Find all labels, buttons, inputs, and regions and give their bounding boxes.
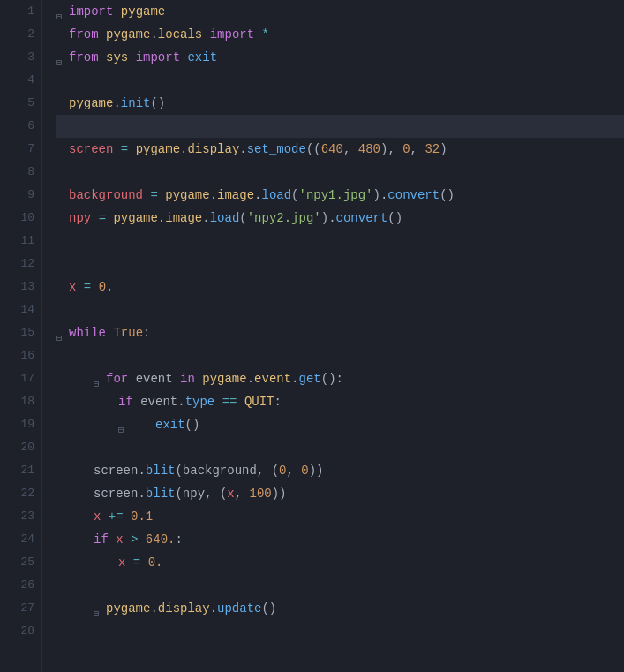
- code-line-16: [56, 344, 624, 367]
- line-num-25: 25: [7, 551, 34, 574]
- var-screen-22: screen: [94, 482, 138, 505]
- func-blit-21: blit: [146, 459, 176, 482]
- num-640: 640: [321, 138, 343, 161]
- line-num-2: 2: [7, 23, 34, 46]
- pygame-ref-27: pygame: [106, 597, 150, 620]
- func-blit-22: blit: [146, 482, 176, 505]
- num-0point1: 0.1: [131, 505, 153, 528]
- fold-icon-17[interactable]: ⊟: [94, 374, 104, 384]
- func-update: update: [217, 597, 261, 620]
- line-num-10: 10: [7, 207, 34, 230]
- code-editor: 1 2 3 4 5 6 7 8 9 10 11 12 13 14 15 16 1…: [0, 0, 624, 672]
- keyword-import: import: [69, 0, 113, 23]
- code-line-2: from pygame.locals import *: [56, 23, 624, 46]
- num-480: 480: [358, 138, 380, 161]
- func-convert-10: convert: [336, 207, 388, 230]
- code-line-20: [56, 436, 624, 459]
- image-ref-10: image: [165, 207, 202, 230]
- code-line-14: [56, 298, 624, 321]
- num-32: 32: [425, 138, 440, 161]
- event-ref: event: [254, 367, 291, 390]
- fold-icon-3[interactable]: ⊟: [56, 52, 67, 63]
- line-num-9: 9: [7, 184, 34, 207]
- code-line-9: background = pygame.image.load('npy1.jpg…: [56, 184, 624, 207]
- line-num-8: 8: [7, 161, 34, 184]
- var-npy: npy: [69, 207, 91, 230]
- line-num-18: 18: [7, 390, 34, 413]
- module-locals: locals: [158, 23, 202, 46]
- keyword-while: while: [69, 321, 106, 344]
- num-0dot: 0.: [99, 276, 114, 298]
- num-0: 0: [402, 138, 410, 161]
- code-line-8: [56, 161, 624, 184]
- num-100: 100: [250, 482, 272, 505]
- image-ref: image: [217, 184, 254, 207]
- code-line-22: screen.blit(npy, (x, 100)): [56, 482, 624, 505]
- line-num-11: 11: [7, 230, 34, 253]
- code-line-13: x = 0.: [56, 276, 624, 298]
- code-line-10: npy = pygame.image.load('npy2.jpg').conv…: [56, 207, 624, 230]
- keyword-if-24: if: [94, 528, 109, 551]
- code-line-26: [56, 574, 624, 597]
- code-line-15: ⊟while True:: [56, 321, 624, 344]
- line-num-5: 5: [7, 92, 34, 115]
- line-num-22: 22: [7, 482, 34, 505]
- pygame-ref-9: pygame: [165, 184, 209, 207]
- line-num-27: 27: [7, 597, 34, 620]
- line-num-4: 4: [7, 69, 34, 92]
- var-x-22: x: [227, 482, 234, 505]
- equals-op: =: [121, 138, 128, 161]
- keyword-from: from: [69, 23, 99, 46]
- equals-op-13: =: [84, 276, 91, 298]
- code-line-19: ⊟exit(): [56, 413, 624, 436]
- line-num-14: 14: [7, 298, 34, 321]
- var-x-24: x: [116, 528, 123, 551]
- code-line-25: x = 0.: [56, 551, 624, 574]
- code-line-23: x += 0.1: [56, 505, 624, 528]
- code-line-7: screen = pygame.display.set_mode((640, 4…: [56, 138, 624, 161]
- module-pygame-locals: pygame: [106, 23, 150, 46]
- num-0-21b: 0: [301, 459, 308, 482]
- keyword-if-18: if: [118, 390, 133, 413]
- var-event: event: [136, 367, 173, 390]
- line-num-7: 7: [7, 138, 34, 161]
- equals-op-9: =: [150, 184, 157, 207]
- code-line-24: if x > 640.:: [56, 528, 624, 551]
- var-screen-21: screen: [94, 459, 138, 482]
- line-numbers: 1 2 3 4 5 6 7 8 9 10 11 12 13 14 15 16 1…: [0, 0, 42, 672]
- num-0dot-25: 0.: [148, 551, 163, 574]
- code-line-12: [56, 253, 624, 276]
- fold-icon-19[interactable]: ⊟: [118, 419, 129, 430]
- eq-eq: ==: [222, 390, 237, 413]
- keyword-import-3: import: [136, 46, 180, 69]
- keyword-from-3: from: [69, 46, 99, 69]
- bool-true: True: [113, 321, 143, 344]
- line-num-24: 24: [7, 528, 34, 551]
- line-num-3: 3: [7, 46, 34, 69]
- func-set-mode: set_mode: [247, 138, 306, 161]
- keyword-in: in: [180, 367, 195, 390]
- gt-op: >: [131, 528, 138, 551]
- code-line-21: screen.blit(background, (0, 0)): [56, 459, 624, 482]
- code-line-1: ⊟import pygame: [56, 0, 624, 23]
- func-load-9: load: [261, 184, 291, 207]
- module-name: pygame: [121, 0, 165, 23]
- func-convert-9: convert: [387, 184, 440, 207]
- line-num-28: 28: [7, 620, 34, 643]
- num-640dot: 640.: [146, 528, 176, 551]
- line-num-13: 13: [7, 276, 34, 298]
- plus-eq: +=: [109, 505, 124, 528]
- line-num-19: 19: [7, 413, 34, 436]
- pygame-ref: pygame: [136, 138, 180, 161]
- attr-type: type: [185, 390, 215, 413]
- keyword-for: for: [106, 367, 128, 390]
- fold-icon-15[interactable]: ⊟: [56, 328, 67, 338]
- code-line-28: [56, 620, 624, 643]
- code-line-18: if event.type == QUIT:: [56, 390, 624, 413]
- func-get: get: [299, 367, 321, 390]
- var-x-25: x: [118, 551, 125, 574]
- const-quit: QUIT: [244, 390, 274, 413]
- func-exit: exit: [187, 46, 217, 69]
- fold-icon-1[interactable]: ⊟: [56, 6, 67, 17]
- fold-icon-27[interactable]: ⊟: [94, 603, 104, 614]
